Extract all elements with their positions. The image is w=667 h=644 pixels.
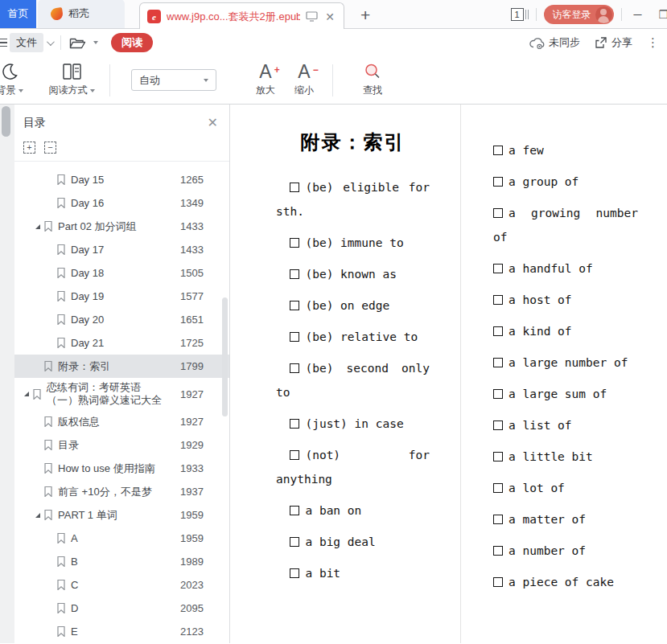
tab-close-icon[interactable]: ✕: [323, 10, 336, 24]
checkbox-icon: [493, 264, 503, 273]
column-divider: [460, 105, 461, 643]
index-entry-text: a growing number of: [493, 207, 638, 244]
toc-item[interactable]: Day 19 1577: [14, 285, 229, 308]
toc-item[interactable]: A 1959: [14, 527, 229, 550]
toc-item-page: 1927: [170, 416, 204, 428]
window-list-button[interactable]: 1: [511, 8, 529, 21]
find-button[interactable]: 查找: [354, 58, 391, 103]
toc-item[interactable]: 恋练有词：考研英语（一）熟词僻义速记大全 1927: [14, 378, 229, 410]
toc-item[interactable]: 目录 1929: [14, 433, 229, 457]
toc-item-page: 1505: [170, 267, 204, 279]
toc-item[interactable]: How to use 使用指南 1933: [14, 457, 229, 480]
zoom-in-button[interactable]: A+ 放大: [247, 58, 284, 103]
toc-item[interactable]: 前言 +10分，不是梦 1937: [14, 480, 229, 503]
read-mode-badge[interactable]: 阅读: [111, 33, 153, 52]
toc-item[interactable]: Day 21 1725: [14, 331, 229, 355]
toc-item[interactable]: E 2123: [14, 620, 229, 643]
tab-store[interactable]: 稻壳: [38, 0, 125, 28]
checkbox-icon: [493, 177, 503, 187]
toc-item[interactable]: Day 16 1349: [14, 191, 229, 215]
epub-file-icon: e: [147, 10, 161, 23]
background-chevron-icon: [19, 89, 23, 92]
toc-item-label: Day 16: [71, 194, 170, 213]
toc-item[interactable]: Part 02 加分词组 1433: [14, 215, 229, 238]
index-entry: a handful of: [493, 256, 638, 281]
toc-item[interactable]: B 1989: [14, 550, 229, 573]
bookmark-icon: [44, 440, 52, 450]
guest-login-label: 访客登录: [553, 8, 591, 22]
toc-item[interactable]: PART 1 单词 1959: [14, 503, 229, 527]
index-entry: a bit: [276, 561, 430, 585]
sync-status-label: 未同步: [549, 35, 580, 50]
toc-item-page: 1265: [170, 174, 204, 186]
index-entry: a few: [493, 138, 638, 162]
index-entry-text: a lot of: [508, 482, 565, 494]
checkbox-icon: [493, 358, 503, 367]
toc-item-label: 恋练有词：考研英语（一）熟词僻义速记大全: [47, 378, 170, 410]
checkbox-icon: [493, 208, 503, 218]
toc-item-page: 1929: [170, 439, 204, 451]
two-page-icon: [61, 63, 82, 80]
index-entry: a big deal: [276, 530, 430, 554]
toc-item-page: 1433: [170, 220, 204, 232]
new-tab-button[interactable]: +: [357, 5, 373, 25]
toc-item[interactable]: C 2023: [14, 573, 229, 597]
guest-login-button[interactable]: 访客登录: [544, 5, 614, 24]
toc-item-page: 1927: [170, 388, 204, 400]
index-entry: a host of: [493, 288, 638, 312]
more-options-button[interactable]: ⋮: [647, 35, 659, 50]
checkbox-icon: [493, 515, 503, 524]
expanded-triangle-icon[interactable]: [35, 224, 40, 229]
checkbox-icon: [493, 295, 503, 305]
toc-item[interactable]: Day 17 1433: [14, 238, 229, 261]
index-entry: (not) for anything: [276, 443, 430, 491]
view-mode-button[interactable]: 阅读方式: [43, 58, 100, 103]
zoom-mode-select[interactable]: 自动: [131, 69, 216, 91]
index-entry: a piece of cake: [493, 570, 638, 594]
tab-home[interactable]: 首页: [0, 0, 36, 28]
expanded-triangle-icon[interactable]: [24, 392, 29, 396]
background-button[interactable]: 背景: [0, 58, 29, 103]
bookmark-icon: [44, 510, 52, 520]
sidebar-scrollbar[interactable]: [222, 297, 228, 416]
open-file-button[interactable]: [69, 36, 98, 50]
zoom-out-label: 缩小: [294, 84, 314, 97]
toc-item-page: 1799: [170, 360, 204, 372]
index-entry: (be) relative to: [276, 325, 430, 349]
maximize-button[interactable]: ❐: [653, 8, 667, 21]
toc-title: 目录: [23, 116, 46, 130]
index-entry-text: a big deal: [305, 535, 375, 548]
close-icon[interactable]: ✕: [208, 117, 218, 129]
toc-item[interactable]: D 2095: [14, 597, 229, 620]
toc-item[interactable]: 版权信息 1927: [14, 410, 229, 433]
zoom-mode-value: 自动: [139, 73, 160, 88]
index-entry: a growing number of: [493, 201, 638, 249]
toc-item[interactable]: Day 20 1651: [14, 308, 229, 331]
toc-item[interactable]: Day 18 1505: [14, 261, 229, 285]
collapse-all-button[interactable]: −: [44, 142, 56, 154]
toc-item[interactable]: Day 15 1265: [14, 168, 229, 191]
toc-item-label: 附录：索引: [58, 357, 170, 376]
file-menu-button[interactable]: 文件: [10, 33, 43, 52]
minimize-button[interactable]: ─: [629, 8, 647, 21]
toc-list: Day 15 1265 Day 16 1349 Part 02 加分词组 143…: [14, 162, 229, 643]
checkbox-icon: [493, 389, 503, 399]
monitor-icon[interactable]: [306, 11, 318, 22]
sync-status-button[interactable]: 未同步: [529, 35, 580, 50]
folder-chevron-icon[interactable]: [93, 41, 98, 44]
checkbox-icon: [290, 568, 299, 578]
bookmark-icon: [57, 533, 65, 544]
tab-document[interactable]: e www.j9p.co...套装共2册.epub ✕: [139, 2, 344, 30]
menu-icon[interactable]: [0, 39, 7, 47]
checkbox-icon: [290, 269, 299, 279]
zoom-out-button[interactable]: A− 缩小: [286, 58, 323, 103]
expanded-triangle-icon[interactable]: [35, 513, 40, 518]
toc-item[interactable]: 附录：索引 1799: [14, 355, 229, 378]
expand-all-button[interactable]: +: [23, 142, 35, 154]
panel-collapse-handle[interactable]: [2, 106, 10, 137]
toc-item-label: 目录: [58, 436, 170, 455]
bookmark-icon: [57, 580, 65, 590]
index-entry: a large sum of: [493, 382, 638, 406]
share-button[interactable]: 分享: [595, 35, 632, 50]
file-chevron-icon[interactable]: [47, 38, 55, 46]
